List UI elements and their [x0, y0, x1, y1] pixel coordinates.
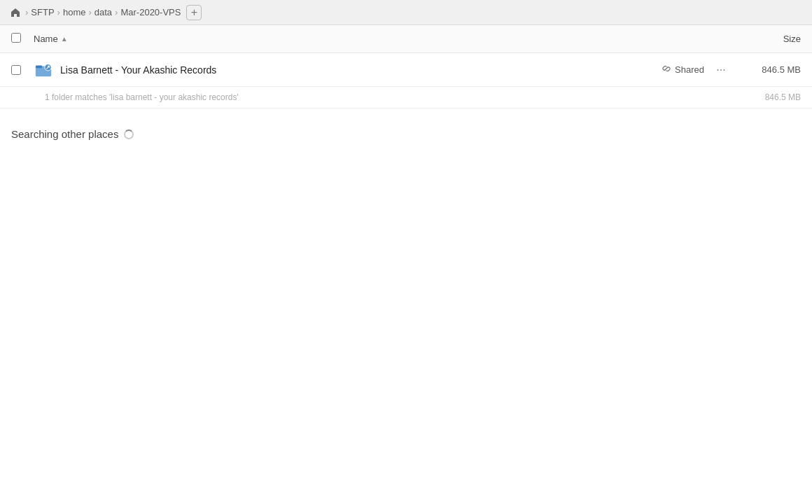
- search-result-text: 1 folder matches 'lisa barnett - your ak…: [45, 92, 239, 102]
- row-checkbox[interactable]: [11, 65, 21, 75]
- search-result-total-size: 846.5 MB: [765, 92, 801, 102]
- breadcrumb-mar2020vps[interactable]: Mar-2020-VPS: [120, 7, 181, 18]
- breadcrumb-data[interactable]: data: [94, 7, 112, 18]
- size-column-header[interactable]: Size: [738, 34, 801, 44]
- size-header-label: Size: [783, 34, 801, 44]
- file-name-label[interactable]: Lisa Barnett - Your Akashic Records: [60, 64, 662, 76]
- breadcrumb-sftp[interactable]: SFTP: [31, 7, 54, 18]
- separator-2: ›: [57, 7, 60, 18]
- separator-3: ›: [88, 7, 91, 18]
- searching-title: Searching other places: [11, 128, 801, 140]
- loading-spinner: [124, 130, 134, 139]
- table-row[interactable]: Lisa Barnett - Your Akashic Records Shar…: [0, 53, 812, 87]
- link-icon: [662, 64, 671, 76]
- separator-1: ›: [25, 7, 28, 18]
- shared-badge: Shared: [662, 64, 704, 76]
- more-options-button[interactable]: ···: [711, 60, 731, 80]
- searching-label: Searching other places: [11, 128, 118, 140]
- breadcrumb-bar: › SFTP › home › data › Mar-2020-VPS +: [0, 0, 812, 25]
- separator-4: ›: [115, 7, 118, 18]
- breadcrumb-home[interactable]: home: [63, 7, 86, 18]
- name-header-label: Name: [34, 34, 58, 44]
- search-result-info: 1 folder matches 'lisa barnett - your ak…: [0, 87, 812, 108]
- name-column-header[interactable]: Name ▲: [34, 34, 738, 44]
- select-all-checkbox[interactable]: [11, 33, 21, 43]
- svg-line-3: [665, 67, 668, 70]
- row-checkbox-wrap[interactable]: [11, 65, 25, 75]
- searching-other-places-section: Searching other places: [0, 108, 812, 151]
- home-icon[interactable]: [8, 6, 22, 20]
- add-tab-button[interactable]: +: [186, 5, 202, 20]
- sort-arrow-icon: ▲: [61, 35, 68, 43]
- folder-icon: [34, 60, 53, 80]
- file-size-value: 846.5 MB: [738, 64, 801, 75]
- shared-label: Shared: [675, 64, 704, 75]
- svg-rect-1: [36, 65, 42, 68]
- file-list-container: Name ▲ Size Lisa Barnett - Your Akashic …: [0, 25, 812, 504]
- file-list-header: Name ▲ Size: [0, 25, 812, 53]
- header-checkbox-wrap[interactable]: [11, 33, 25, 45]
